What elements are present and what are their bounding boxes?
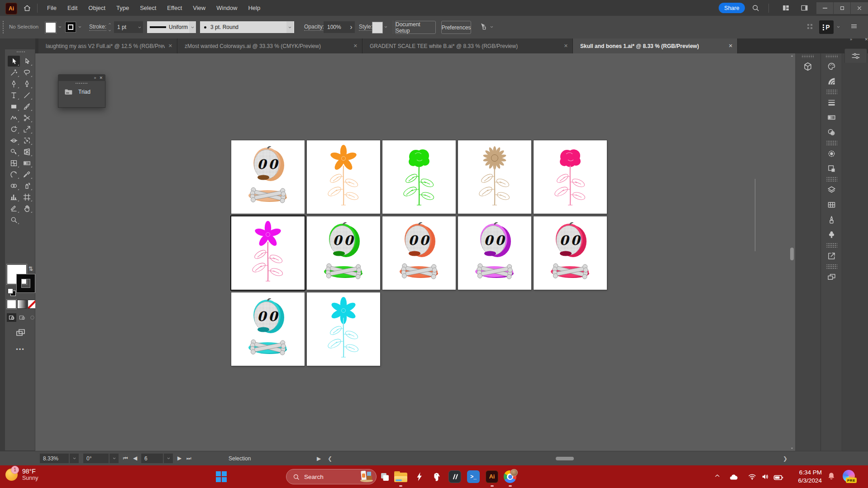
close-tab-icon[interactable]: ✕ — [168, 43, 172, 49]
taskbar-search[interactable]: Search — [286, 469, 377, 484]
touch-workspace-icon[interactable] — [806, 22, 815, 31]
perspective-grid-tool[interactable] — [21, 146, 33, 157]
artboards-panel-icon[interactable] — [821, 270, 842, 285]
brush-definition-select[interactable]: 3 pt. Round — [200, 21, 294, 33]
chevron-down-icon[interactable] — [166, 455, 172, 461]
close-tab-icon[interactable]: ✕ — [729, 43, 733, 49]
wifi-icon[interactable] — [748, 472, 757, 481]
workspace-switcher-button[interactable]: P — [819, 20, 834, 34]
default-fill-stroke-icon[interactable] — [8, 288, 16, 296]
last-artboard-icon[interactable]: ⏭ — [186, 455, 191, 461]
zoom-level-field[interactable]: 8.33% — [40, 454, 69, 463]
shape-builder-tool[interactable] — [8, 146, 20, 157]
chrome-taskbar-button[interactable] — [503, 470, 517, 483]
draw-normal-button[interactable] — [7, 313, 16, 322]
artboard-2-flower[interactable] — [307, 140, 380, 214]
artboard-number-field[interactable]: 6 — [141, 454, 163, 463]
preferences-button[interactable]: Preferences — [441, 21, 471, 34]
document-tab[interactable]: laughting my ass V2 Full.ai* @ 12.5 % (R… — [38, 38, 177, 53]
panel-gripper[interactable] — [802, 55, 814, 58]
stroke-weight-field[interactable]: 1 pt — [114, 21, 139, 33]
document-tab-active[interactable]: Skull and bones 1.ai* @ 8.33 % (RGB/Prev… — [573, 38, 738, 53]
chevron-down-icon[interactable] — [287, 24, 293, 30]
scrollbar-thumb[interactable] — [556, 457, 574, 460]
panel-gripper[interactable] — [2, 20, 4, 34]
dev-app-taskbar-button[interactable] — [448, 470, 462, 483]
panel-gripper[interactable] — [75, 82, 88, 84]
gradient-tool[interactable] — [21, 158, 33, 168]
chevron-down-icon[interactable] — [835, 24, 841, 30]
lightning-app-icon[interactable] — [414, 471, 425, 483]
scroll-left-icon[interactable]: ❮ — [328, 455, 332, 462]
minimize-button[interactable] — [816, 2, 833, 14]
hand-tool[interactable] — [21, 203, 33, 214]
close-icon[interactable]: ✕ — [99, 76, 103, 80]
color-guide-panel-icon[interactable] — [821, 74, 842, 89]
chevron-double-right-icon[interactable]: » — [94, 76, 96, 80]
close-button[interactable] — [851, 2, 868, 14]
gradient-panel-icon[interactable] — [821, 110, 842, 125]
rectangle-tool[interactable] — [8, 101, 20, 112]
properties-panel-tab[interactable] — [844, 48, 867, 63]
widgets-taskbar-button[interactable] — [378, 470, 391, 483]
graphic-styles-panel-icon[interactable] — [821, 161, 842, 176]
notification-bell-icon[interactable] — [826, 471, 836, 481]
zoom-dropdown[interactable] — [69, 454, 79, 463]
battery-icon[interactable] — [773, 472, 784, 483]
artboard-9-skull[interactable]: 0 0 — [458, 216, 531, 290]
free-transform-tool[interactable] — [21, 135, 33, 146]
document-tab[interactable]: zMost wanted Colorways.ai @ 33.33 % (CMY… — [177, 38, 362, 53]
artboard-3-flower[interactable] — [382, 140, 456, 214]
pen-tool[interactable] — [8, 78, 20, 89]
curvature-tool[interactable] — [21, 78, 33, 89]
artboard-7-skull[interactable]: 0 0 — [307, 216, 380, 290]
artboard-11-skull[interactable]: 0 0 — [231, 292, 305, 366]
arrange-documents-icon[interactable] — [782, 4, 791, 13]
opacity-label[interactable]: Opacity: — [304, 24, 324, 31]
paintbrush-tool[interactable] — [21, 101, 33, 112]
symbol-sprayer-tool[interactable] — [21, 180, 33, 191]
lightning-taskbar-button[interactable] — [413, 470, 426, 483]
swap-fill-stroke-icon[interactable]: ⇄ — [28, 266, 34, 271]
variable-width-profile-select[interactable]: Uniform — [147, 21, 194, 33]
rotation-field[interactable]: 0° — [83, 454, 109, 463]
chevron-up-icon[interactable] — [714, 472, 721, 479]
canvas[interactable]: 0 0 — [35, 53, 795, 451]
scale-tool[interactable] — [21, 124, 33, 134]
color-panel-icon[interactable] — [821, 59, 842, 74]
menu-object[interactable]: Object — [83, 5, 111, 11]
artboard-10-skull[interactable]: 0 0 — [534, 216, 607, 290]
chevron-down-icon[interactable] — [77, 24, 83, 30]
graphic-style-swatch[interactable] — [372, 22, 383, 33]
lasso-tool[interactable] — [21, 67, 33, 78]
next-artboard-icon[interactable]: ▶ — [177, 455, 181, 461]
menu-window[interactable]: Window — [211, 5, 243, 11]
slice-tool[interactable] — [8, 203, 20, 214]
brushes-panel-icon[interactable] — [821, 212, 842, 227]
file-explorer-taskbar-button[interactable] — [394, 470, 407, 483]
triad-floating-panel[interactable]: »✕ Triad — [58, 74, 105, 108]
width-tool[interactable] — [8, 135, 20, 146]
panel-gripper[interactable] — [826, 90, 837, 94]
fill-color-swatch[interactable] — [45, 22, 56, 33]
direct-selection-tool[interactable] — [21, 56, 33, 67]
blend-tool[interactable] — [8, 180, 20, 191]
draw-behind-button[interactable] — [17, 313, 27, 322]
width-profile-dropdown[interactable] — [189, 21, 196, 33]
mesh-tool[interactable] — [8, 158, 20, 168]
edit-toolbar-icon[interactable]: ••• — [5, 346, 36, 353]
chevron-down-icon[interactable] — [835, 24, 841, 30]
close-icon[interactable]: ✕ — [864, 37, 868, 42]
chevron-down-icon[interactable] — [383, 24, 389, 30]
artboard-tool[interactable] — [21, 191, 33, 202]
rotate-view-tool[interactable] — [8, 169, 20, 180]
zoom-tool[interactable] — [8, 214, 20, 225]
document-tab[interactable]: GRADENT SCALE TEE white B.ai* @ 8.33 % (… — [362, 38, 573, 53]
maximize-button[interactable] — [834, 2, 850, 14]
llama-taskbar-button[interactable] — [430, 470, 444, 483]
stroke-label[interactable]: Stroke: — [89, 24, 106, 31]
home-icon[interactable] — [22, 3, 33, 14]
menu-effect[interactable]: Effect — [162, 5, 187, 11]
previous-artboard-icon[interactable]: ◀ — [133, 455, 137, 461]
menu-type[interactable]: Type — [111, 5, 134, 11]
